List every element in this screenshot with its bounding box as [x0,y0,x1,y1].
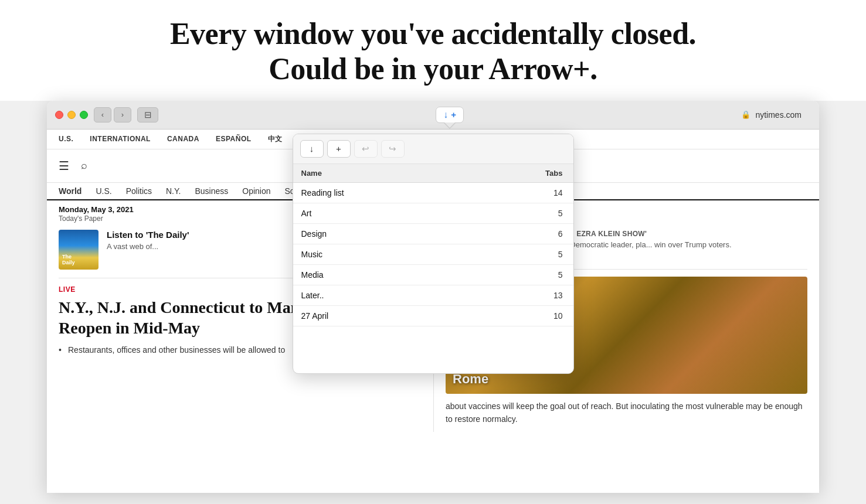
table-header-row: Name Tabs [293,164,573,183]
todays-paper[interactable]: Today's Paper [59,214,103,223]
search-icon[interactable]: ⌕ [81,159,87,172]
col-name-header: Name [293,164,467,183]
daily-thumbnail: TheDaily [59,230,99,270]
arrow-down-icon: ↓ [443,110,448,120]
session-tabs: 5 [467,203,573,223]
sessions-table: Name Tabs Reading list 14 Art 5 Design 6… [293,164,573,326]
rome-label: Rome [453,372,488,387]
session-name: Reading list [293,182,467,203]
popup-forward-button: ↪ [381,140,405,158]
table-row[interactable]: Reading list 14 [293,182,573,203]
popup-panel: ↓ + ↩ ↪ Name Tabs Reading list 14 Art 5 … [293,134,574,374]
table-row[interactable]: Media 5 [293,264,573,285]
daily-title[interactable]: Listen to 'The Daily' [107,230,189,240]
table-row[interactable]: Design 6 [293,223,573,244]
top-nav-canada[interactable]: CANADA [167,135,199,143]
popup-caret [444,123,456,129]
session-name: Media [293,264,467,285]
current-date: Monday, May 3, 2021 [59,205,134,214]
popup-download-button[interactable]: ↓ [300,140,324,158]
arrow-plus-label: + [451,110,456,120]
col-tabs-header: Tabs [467,164,573,183]
table-row[interactable]: Art 5 [293,203,573,223]
daily-description: A vast web of... [107,242,189,251]
address-bar-area: ↓ + [164,107,735,123]
table-row[interactable]: 27 April 10 [293,305,573,326]
right-body-text: about vaccines will keep the goal out of… [446,400,807,426]
session-tabs: 5 [467,244,573,264]
popup-empty-space [293,326,573,373]
top-nav-international[interactable]: INTERNATIONAL [90,135,151,143]
lock-icon: 🔒 [741,110,750,119]
session-tabs: 10 [467,305,573,326]
hamburger-menu-icon[interactable]: ☰ [59,159,69,173]
nav-buttons: ‹ › [94,107,131,122]
section-world[interactable]: World [59,186,81,196]
popup-add-button[interactable]: + [327,140,351,158]
traffic-lights [55,111,88,119]
session-name: Design [293,223,467,244]
maximize-button[interactable] [80,111,88,119]
top-nav-chinese[interactable]: 中文 [268,134,283,144]
browser-window: ‹ › ⊟ ↓ + 🔒 nytimes.com ↓ + ↩ ↪ [47,101,819,493]
session-name: Music [293,244,467,264]
close-button[interactable] [55,111,63,119]
section-politics[interactable]: Politics [126,186,152,196]
sidebar-toggle-button[interactable]: ⊟ [137,107,158,122]
section-opinion[interactable]: Opinion [242,186,270,196]
top-nav-espanol[interactable]: ESPAÑOL [216,135,252,143]
daily-thumbnail-text: TheDaily [62,254,75,266]
popup-back-button: ↩ [354,140,378,158]
session-tabs: 6 [467,223,573,244]
section-business[interactable]: Business [195,186,228,196]
session-name: 27 April [293,305,467,326]
hero-title: Every window you've accidentally closed.… [12,16,854,87]
table-row[interactable]: Later.. 13 [293,285,573,305]
table-row[interactable]: Music 5 [293,244,573,264]
address-text[interactable]: nytimes.com [755,110,802,120]
top-nav-us[interactable]: U.S. [59,135,73,143]
address-right: 🔒 nytimes.com [741,110,811,120]
browser-chrome: ‹ › ⊟ ↓ + 🔒 nytimes.com [47,101,819,130]
arrow-plus-button[interactable]: ↓ + [436,107,464,123]
popup-toolbar: ↓ + ↩ ↪ [293,134,573,164]
forward-button[interactable]: › [114,107,131,122]
session-name: Later.. [293,285,467,305]
daily-info: Listen to 'The Daily' A vast web of... [107,230,189,251]
section-us[interactable]: U.S. [96,186,111,196]
back-button[interactable]: ‹ [94,107,111,122]
session-name: Art [293,203,467,223]
section-ny[interactable]: N.Y. [166,186,181,196]
hero-section: Every window you've accidentally closed.… [0,0,866,101]
session-tabs: 14 [467,182,573,203]
minimize-button[interactable] [67,111,76,119]
session-tabs: 5 [467,264,573,285]
session-tabs: 13 [467,285,573,305]
